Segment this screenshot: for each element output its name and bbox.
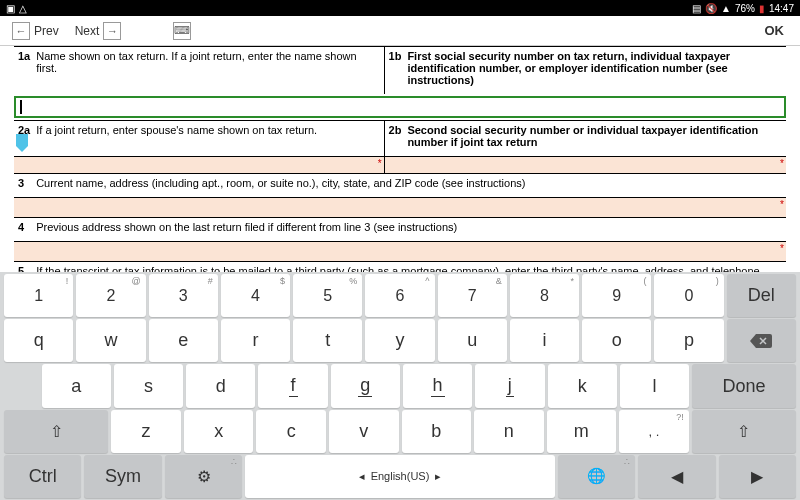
key-e[interactable]: e	[149, 319, 218, 362]
key-y[interactable]: y	[365, 319, 434, 362]
key-a[interactable]: a	[42, 364, 111, 407]
key-globe[interactable]: 🌐∴	[558, 455, 635, 498]
next-label: Next	[75, 24, 100, 38]
key-0[interactable]: 0)	[654, 274, 723, 317]
vibrate-icon: ▤	[692, 3, 701, 14]
key-f[interactable]: f	[258, 364, 327, 407]
field-3[interactable]: 3 Current name, address (including apt.,…	[14, 173, 786, 197]
ok-button[interactable]: OK	[757, 19, 793, 42]
text-3: Current name, address (including apt., r…	[36, 177, 525, 189]
key-ctrl[interactable]: Ctrl	[4, 455, 81, 498]
key-backspace[interactable]	[727, 319, 796, 362]
wifi-icon: ▲	[721, 3, 731, 14]
key-m[interactable]: m	[547, 410, 617, 453]
key-s[interactable]: s	[114, 364, 183, 407]
text-1b: First social security number on tax retu…	[407, 50, 782, 86]
notification-icon: ▣	[6, 3, 15, 14]
keyboard-toggle-button[interactable]: ⌨	[169, 18, 195, 44]
key-8[interactable]: 8*	[510, 274, 579, 317]
warning-icon: △	[19, 3, 27, 14]
virtual-keyboard: 1!2@3#4$5%6^7&8*9(0)Del qwertyuiop asdfg…	[0, 272, 800, 500]
input-3[interactable]	[14, 197, 786, 217]
field-5[interactable]: 5 If the transcript or tax information i…	[14, 261, 786, 272]
key-punct[interactable]: , .?!	[619, 410, 689, 453]
key-q[interactable]: q	[4, 319, 73, 362]
key-u[interactable]: u	[438, 319, 507, 362]
key-settings[interactable]: ⚙∴	[165, 455, 242, 498]
key-g[interactable]: g	[331, 364, 400, 407]
field-1a[interactable]: 1a Name shown on tax return. If a joint …	[14, 47, 385, 94]
key-3[interactable]: 3#	[149, 274, 218, 317]
text-1a: Name shown on tax return. If a joint ret…	[36, 50, 379, 86]
key-n[interactable]: n	[474, 410, 544, 453]
input-2a[interactable]	[14, 157, 385, 173]
field-2a[interactable]: 2a If a joint return, enter spouse's nam…	[14, 121, 385, 156]
keyboard-icon: ⌨	[173, 22, 191, 40]
field-2b[interactable]: 2b Second social security number or indi…	[385, 121, 786, 156]
prev-label: Prev	[34, 24, 59, 38]
prev-button[interactable]: ← Prev	[8, 18, 63, 44]
form-document: 1a Name shown on tax return. If a joint …	[0, 46, 800, 272]
text-4: Previous address shown on the last retur…	[36, 221, 457, 233]
text-cursor	[20, 100, 22, 114]
key-t[interactable]: t	[293, 319, 362, 362]
key-w[interactable]: w	[76, 319, 145, 362]
key-d[interactable]: d	[186, 364, 255, 407]
key-k[interactable]: k	[548, 364, 617, 407]
active-text-input[interactable]	[14, 96, 786, 118]
key-left[interactable]: ◀	[638, 455, 715, 498]
clock: 14:47	[769, 3, 794, 14]
key-c[interactable]: c	[256, 410, 326, 453]
key-sym[interactable]: Sym	[84, 455, 161, 498]
field-1b[interactable]: 1b First social security number on tax r…	[385, 47, 786, 94]
field-pointer-icon	[14, 134, 30, 152]
key-o[interactable]: o	[582, 319, 651, 362]
key-i[interactable]: i	[510, 319, 579, 362]
key-7[interactable]: 7&	[438, 274, 507, 317]
key-r[interactable]: r	[221, 319, 290, 362]
arrow-left-icon: ←	[12, 22, 30, 40]
label-5: 5	[18, 265, 24, 272]
key-b[interactable]: b	[402, 410, 472, 453]
text-2a: If a joint return, enter spouse's name s…	[36, 124, 317, 148]
arrow-right-icon: →	[103, 22, 121, 40]
key-9[interactable]: 9(	[582, 274, 651, 317]
key-h[interactable]: h	[403, 364, 472, 407]
status-bar: ▣ △ ▤ 🔇 ▲ 76% ▮ 14:47	[0, 0, 800, 16]
key-4[interactable]: 4$	[221, 274, 290, 317]
text-2b: Second social security number or individ…	[407, 124, 782, 148]
key-space[interactable]: ◂ English(US) ▸	[245, 455, 555, 498]
label-1b: 1b	[389, 50, 402, 86]
label-4: 4	[18, 221, 24, 233]
key-right[interactable]: ▶	[719, 455, 796, 498]
key-2[interactable]: 2@	[76, 274, 145, 317]
label-2b: 2b	[389, 124, 402, 148]
key-6[interactable]: 6^	[365, 274, 434, 317]
field-4[interactable]: 4 Previous address shown on the last ret…	[14, 217, 786, 241]
key-done[interactable]: Done	[692, 364, 796, 407]
key-1[interactable]: 1!	[4, 274, 73, 317]
key-l[interactable]: l	[620, 364, 689, 407]
key-x[interactable]: x	[184, 410, 254, 453]
label-3: 3	[18, 177, 24, 189]
key-z[interactable]: z	[111, 410, 181, 453]
key-shift-right[interactable]: ⇧	[692, 410, 796, 453]
key-j[interactable]: j	[475, 364, 544, 407]
battery-percent: 76%	[735, 3, 755, 14]
text-5: If the transcript or tax information is …	[36, 265, 782, 272]
key-5[interactable]: 5%	[293, 274, 362, 317]
next-button[interactable]: Next →	[71, 18, 126, 44]
input-4[interactable]	[14, 241, 786, 261]
battery-icon: ▮	[759, 3, 765, 14]
toolbar: ← Prev Next → ⌨ OK	[0, 16, 800, 46]
input-2b[interactable]	[385, 157, 786, 173]
key-v[interactable]: v	[329, 410, 399, 453]
label-1a: 1a	[18, 50, 30, 86]
key-del[interactable]: Del	[727, 274, 796, 317]
key-p[interactable]: p	[654, 319, 723, 362]
key-shift-left[interactable]: ⇧	[4, 410, 108, 453]
mute-icon: 🔇	[705, 3, 717, 14]
